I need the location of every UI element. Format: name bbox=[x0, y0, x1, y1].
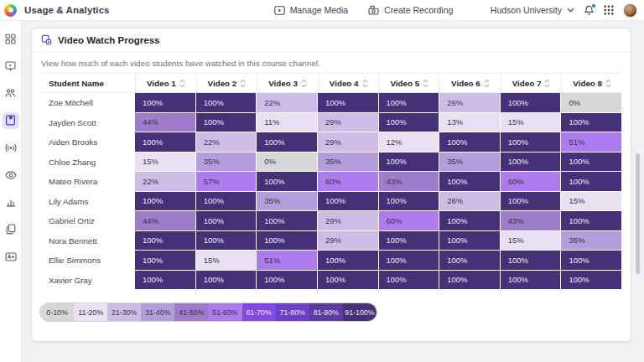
watch-percent-cell: 26% bbox=[439, 93, 501, 113]
watch-percent-cell: 100% bbox=[135, 251, 196, 271]
account-name: Hudson University bbox=[491, 5, 562, 15]
watch-percent-cell: 100% bbox=[135, 132, 196, 153]
analytics-bars-icon bbox=[6, 197, 16, 207]
sidebar-item-dashboard[interactable] bbox=[3, 30, 19, 47]
watch-percent-cell: 15% bbox=[501, 231, 562, 251]
watch-percent-cell: 57% bbox=[196, 172, 257, 192]
watch-percent-cell: 29% bbox=[318, 132, 379, 153]
column-header-label: Video 5 bbox=[390, 79, 419, 88]
video-watch-progress-card: Video Watch Progress View how much of ea… bbox=[32, 28, 631, 341]
video-channel-icon bbox=[5, 61, 16, 71]
watch-percent-cell: 11% bbox=[257, 113, 318, 133]
watch-percent-cell: 29% bbox=[318, 211, 379, 231]
table-row: Nora Bennett100%100%100%29%100%100%15%35… bbox=[40, 231, 622, 251]
watch-percent-cell: 100% bbox=[561, 113, 622, 133]
watch-percent-cell: 100% bbox=[196, 271, 257, 291]
table-row: Ellie Simmons100%15%51%100%100%100%100%1… bbox=[40, 251, 622, 271]
sidebar-item-copies[interactable] bbox=[3, 221, 19, 238]
column-header[interactable]: Video 4 bbox=[318, 74, 379, 92]
watch-percent-cell: 100% bbox=[379, 153, 440, 173]
watch-percent-cell: 100% bbox=[561, 211, 622, 231]
manage-media-button[interactable]: Manage Media bbox=[274, 5, 348, 15]
page-title: Usage & Analytics bbox=[24, 5, 110, 15]
watch-percent-cell: 35% bbox=[257, 192, 318, 212]
sidebar-item-groups[interactable] bbox=[3, 85, 19, 101]
copies-icon bbox=[6, 224, 16, 235]
column-header-label: Video 7 bbox=[512, 79, 542, 88]
student-name: Nora Bennett bbox=[40, 231, 135, 251]
notifications-button[interactable] bbox=[584, 5, 595, 16]
watch-percent-cell: 100% bbox=[439, 132, 501, 153]
watch-percent-cell: 100% bbox=[501, 132, 562, 153]
watch-percent-cell: 13% bbox=[439, 113, 501, 133]
watch-percent-cell: 15% bbox=[501, 113, 562, 133]
legend-segment: 91-100% bbox=[343, 303, 377, 321]
column-header[interactable]: Video 3 bbox=[257, 74, 318, 92]
watch-percent-cell: 26% bbox=[439, 192, 501, 212]
sidebar-item-watch[interactable] bbox=[3, 167, 19, 184]
page-scrollbar[interactable] bbox=[636, 153, 640, 274]
watch-percent-cell: 100% bbox=[439, 231, 501, 251]
create-recording-button[interactable]: Create Recording bbox=[368, 5, 453, 15]
watch-percent-cell: 100% bbox=[379, 93, 440, 113]
watch-percent-cell: 100% bbox=[257, 231, 318, 251]
apps-grid-button[interactable] bbox=[604, 5, 614, 15]
watch-percent-cell: 100% bbox=[257, 271, 318, 291]
manage-media-label: Manage Media bbox=[290, 5, 348, 15]
watch-progress-table: Student Name Video 1Video 2Video 3Video … bbox=[40, 73, 622, 290]
table-row: Gabriel Ortiz44%100%100%29%60%100%43%100… bbox=[40, 211, 622, 231]
student-name: Lily Adams bbox=[40, 192, 135, 212]
table-row: Xavier Gray100%100%100%100%100%100%100%1… bbox=[40, 271, 622, 291]
chevron-down-icon bbox=[567, 8, 574, 13]
user-avatar[interactable] bbox=[623, 3, 637, 18]
legend-segment: 41-50% bbox=[174, 303, 208, 321]
watch-percent-cell: 100% bbox=[439, 211, 501, 231]
sort-icon bbox=[362, 79, 368, 88]
legend-segment: 51-60% bbox=[208, 303, 242, 321]
student-name: Mateo Rivera bbox=[40, 172, 135, 192]
column-header[interactable]: Video 8 bbox=[561, 74, 622, 92]
watch-percent-cell: 100% bbox=[501, 192, 562, 212]
watch-percent-cell: 100% bbox=[501, 153, 562, 173]
watch-percent-cell: 100% bbox=[196, 192, 257, 212]
column-header[interactable]: Video 2 bbox=[196, 74, 257, 92]
column-header[interactable]: Video 7 bbox=[501, 74, 562, 92]
sidebar-item-analytics[interactable] bbox=[3, 194, 19, 210]
sidebar-item-broadcast[interactable] bbox=[3, 139, 19, 156]
watch-percent-cell: 51% bbox=[561, 132, 622, 153]
sort-icon bbox=[544, 79, 550, 88]
watch-percent-cell: 60% bbox=[379, 211, 440, 231]
watch-percent-cell: 100% bbox=[379, 113, 440, 133]
watch-percent-cell: 60% bbox=[318, 172, 379, 192]
top-bar: Usage & Analytics Manage Media Create Re… bbox=[0, 0, 644, 21]
watch-percent-cell: 12% bbox=[379, 132, 440, 153]
watch-percent-cell: 15% bbox=[196, 251, 257, 271]
watch-percent-cell: 100% bbox=[257, 172, 318, 192]
watch-percent-cell: 29% bbox=[318, 231, 379, 251]
legend-segment: 21-30% bbox=[107, 303, 141, 321]
table-row: Mateo Rivera22%57%100%60%43%100%60%100% bbox=[40, 172, 622, 192]
sidebar-item-videos[interactable] bbox=[3, 58, 19, 75]
sidebar-item-bookmarks[interactable] bbox=[3, 112, 19, 129]
quiz-icon bbox=[5, 252, 17, 261]
watch-percent-cell: 100% bbox=[379, 192, 440, 212]
column-header[interactable]: Video 6 bbox=[439, 74, 501, 92]
watch-percent-cell: 15% bbox=[135, 153, 196, 173]
app-logo-icon[interactable] bbox=[4, 4, 17, 17]
sort-icon bbox=[423, 79, 428, 88]
sidebar-item-quizzes[interactable] bbox=[3, 248, 19, 265]
watch-percent-cell: 100% bbox=[561, 251, 622, 271]
sort-icon bbox=[605, 79, 611, 88]
watch-percent-cell: 100% bbox=[257, 211, 318, 231]
column-header[interactable]: Video 1 bbox=[135, 74, 196, 92]
watch-percent-cell: 100% bbox=[257, 132, 318, 153]
legend-segment: 0-10% bbox=[40, 303, 74, 321]
watch-percent-cell: 100% bbox=[439, 172, 501, 192]
watch-percent-cell: 35% bbox=[439, 153, 501, 173]
sort-icon bbox=[484, 79, 490, 88]
account-switcher[interactable]: Hudson University bbox=[491, 5, 574, 15]
watch-percent-cell: 100% bbox=[135, 93, 196, 113]
watch-percent-cell: 100% bbox=[501, 271, 562, 291]
sidebar-nav bbox=[0, 21, 22, 362]
column-header[interactable]: Video 5 bbox=[379, 74, 440, 92]
